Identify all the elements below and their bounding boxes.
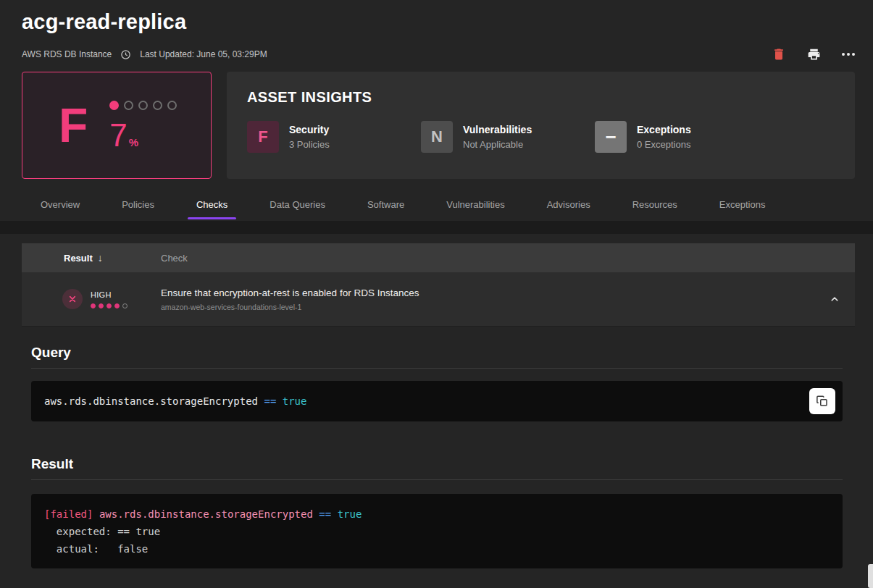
exceptions-grade-badge: −	[595, 121, 627, 153]
trash-icon	[772, 47, 786, 62]
result-code-line-1: [failed] aws.rds.dbinstance.storageEncry…	[44, 505, 830, 523]
check-title: Ensure that encryption-at-rest is enable…	[161, 287, 814, 298]
copy-icon	[816, 395, 829, 408]
score-dots	[109, 101, 177, 110]
page-header: acg-read-replica AWS RDS DB Instance Las…	[0, 0, 873, 62]
column-header-check: Check	[161, 253, 814, 264]
asset-insights-row: F Security 3 Policies N Vulnerabilities …	[247, 121, 835, 153]
scrollbar-thumb[interactable]	[868, 564, 873, 588]
check-row[interactable]: HIGH Ensure that encryption-at-rest is e…	[22, 272, 855, 327]
ellipsis-icon	[842, 53, 855, 56]
printer-icon	[806, 47, 822, 62]
result-column-label: Result	[64, 253, 93, 264]
chevron-up-icon	[828, 293, 841, 306]
insight-label: Exceptions	[637, 124, 691, 135]
asset-detail-page: acg-read-replica AWS RDS DB Instance Las…	[0, 0, 873, 588]
query-value: true	[283, 395, 307, 407]
last-updated-label: Last Updated: June 05, 03:29PM	[140, 49, 267, 59]
result-operator: ==	[319, 508, 331, 520]
asset-insights-title: ASSET INSIGHTS	[247, 89, 835, 106]
column-header-result[interactable]: Result ↓	[22, 252, 161, 264]
sort-desc-icon: ↓	[98, 252, 103, 264]
severity-label: HIGH	[91, 290, 128, 299]
result-actual-line: actual: false	[44, 540, 830, 558]
tab-advisories[interactable]: Advisories	[538, 196, 599, 219]
more-options-button[interactable]	[842, 53, 855, 56]
insight-value: 0 Exceptions	[637, 139, 691, 150]
tab-vulnerabilities[interactable]: Vulnerabilities	[438, 196, 513, 219]
section-divider	[31, 368, 843, 369]
security-score-card: F 7 %	[22, 72, 212, 179]
print-button[interactable]	[806, 47, 822, 62]
score-number: 7	[109, 119, 127, 151]
insight-security: F Security 3 Policies	[247, 121, 421, 153]
query-section-heading: Query	[31, 345, 843, 361]
delete-button[interactable]	[772, 47, 786, 62]
query-code-line: aws.rds.dbinstance.storageEncrypted == t…	[44, 395, 306, 407]
query-path: aws.rds.dbinstance.storageEncrypted	[44, 395, 258, 407]
score-details: 7 %	[109, 99, 177, 151]
insight-value: 3 Policies	[289, 139, 330, 150]
checks-table-header: Result ↓ Check	[22, 243, 855, 272]
check-result-cell: HIGH	[22, 289, 161, 309]
copy-query-button[interactable]	[809, 388, 835, 414]
tab-bar-divider	[0, 221, 873, 234]
check-title-cell: Ensure that encryption-at-rest is enable…	[161, 287, 814, 311]
tab-exceptions[interactable]: Exceptions	[711, 196, 774, 219]
security-grade-badge: F	[247, 121, 279, 153]
check-policy-name: amazon-web-services-foundations-level-1	[161, 303, 814, 311]
tab-checks[interactable]: Checks	[188, 196, 236, 219]
summary-cards-row: F 7 % ASSET INSIGHTS F Security 3 Polici…	[22, 72, 855, 179]
check-detail-panel: Query aws.rds.dbinstance.storageEncrypte…	[0, 345, 873, 568]
result-status: [failed]	[44, 508, 93, 520]
tab-data-queries[interactable]: Data Queries	[261, 196, 334, 219]
insight-exceptions: − Exceptions 0 Exceptions	[595, 121, 769, 153]
checks-table: Result ↓ Check HIGH Ensure that encrypti…	[22, 243, 855, 327]
severity-dots	[91, 303, 128, 308]
result-value: true	[338, 508, 362, 520]
result-expected-line: expected: == true	[44, 523, 830, 540]
severity-stack: HIGH	[91, 290, 128, 308]
asset-type-label: AWS RDS DB Instance	[22, 49, 112, 59]
result-code-block: [failed] aws.rds.dbinstance.storageEncry…	[31, 494, 843, 568]
tab-policies[interactable]: Policies	[113, 196, 163, 219]
tab-bar: Overview Policies Checks Data Queries So…	[0, 196, 873, 219]
clock-icon	[120, 49, 131, 60]
result-path: aws.rds.dbinstance.storageEncrypted	[99, 508, 313, 520]
header-actions	[772, 47, 855, 62]
section-divider	[31, 479, 843, 480]
grade-letter: F	[59, 101, 88, 149]
score-value: 7 %	[109, 119, 177, 151]
score-percent-sign: %	[129, 136, 138, 148]
query-operator: ==	[264, 395, 276, 407]
result-section-heading: Result	[31, 456, 843, 472]
vulnerabilities-grade-badge: N	[421, 121, 453, 153]
tab-resources[interactable]: Resources	[624, 196, 686, 219]
query-code-block: aws.rds.dbinstance.storageEncrypted == t…	[31, 381, 843, 421]
collapse-row-button[interactable]	[814, 293, 855, 306]
fail-x-icon	[62, 289, 83, 309]
tab-software[interactable]: Software	[359, 196, 413, 219]
asset-insights-card: ASSET INSIGHTS F Security 3 Policies N V…	[227, 72, 855, 179]
insight-label: Security	[289, 124, 330, 135]
meta-row: AWS RDS DB Instance Last Updated: June 0…	[22, 46, 855, 62]
tab-overview[interactable]: Overview	[32, 196, 88, 219]
insight-value: Not Applicable	[463, 139, 532, 150]
insight-label: Vulnerabilities	[463, 124, 532, 135]
page-title: acg-read-replica	[22, 10, 855, 34]
insight-vulnerabilities: N Vulnerabilities Not Applicable	[421, 121, 595, 153]
